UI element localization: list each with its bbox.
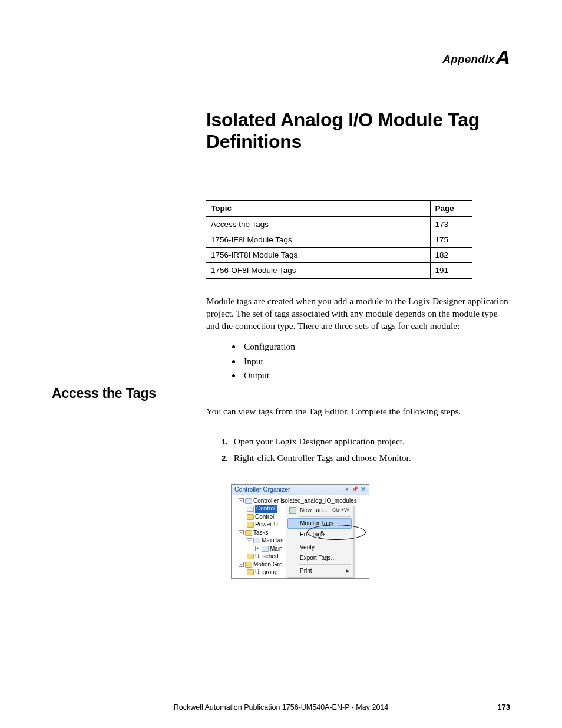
table-header-row: Topic Page (206, 200, 472, 216)
steps-list: 1.Open your Logix Designer application p… (222, 433, 510, 466)
panel-titlebar: Controller Organizer ▼ 📌 ✕ (232, 485, 369, 495)
col-page: Page (430, 200, 472, 216)
folder-icon (262, 546, 269, 552)
collapse-icon[interactable]: − (239, 498, 244, 503)
menu-print[interactable]: Print ▶ (286, 566, 353, 577)
tree-label: MainTas (262, 536, 283, 545)
content-column: Isolated Analog I/O Module Tag Definitio… (206, 109, 510, 579)
tag-set-list: Configuration Input Output (242, 340, 510, 383)
table-row: 1756-IF8I Module Tags175 (206, 232, 472, 248)
table-row: Access the Tags173 (206, 216, 472, 232)
appendix-header: AppendixA (52, 46, 510, 69)
close-icon[interactable]: ✕ (361, 486, 366, 493)
menu-separator (299, 516, 351, 517)
col-topic: Topic (206, 200, 430, 216)
menu-separator (299, 564, 351, 565)
tags-icon (247, 506, 254, 512)
appendix-word: Appendix (442, 53, 494, 65)
footer-text: Rockwell Automation Publication 1756-UM5… (0, 703, 562, 711)
folder-icon (245, 562, 252, 568)
list-item: Input (242, 354, 510, 369)
tree-label: Tasks (253, 529, 269, 537)
submenu-arrow-icon: ▶ (346, 568, 349, 575)
tree-label: Controll (255, 513, 275, 521)
folder-icon (245, 498, 252, 504)
tree-label: Main (270, 545, 283, 553)
folder-icon (253, 538, 260, 543)
menu-edit-tags[interactable]: Edit Tags (286, 529, 353, 540)
menu-label: Verify (300, 543, 315, 552)
toc-page: 173 (430, 216, 472, 232)
menu-label: New Tag... (300, 506, 328, 515)
tree-label: Ungroup (255, 568, 277, 577)
menu-label: Print (300, 567, 312, 575)
tree-label: Controller isolated_analog_IO_modules (253, 497, 357, 505)
tree-view: −Controller isolated_analog_IO_modules C… (232, 495, 369, 578)
collapse-icon[interactable]: − (239, 530, 244, 535)
dropdown-icon[interactable]: ▼ (345, 487, 349, 492)
toc-topic: 1756-IF8I Module Tags (206, 232, 430, 248)
tree-root[interactable]: −Controller isolated_analog_IO_modules (234, 497, 368, 505)
list-item: Output (242, 368, 510, 383)
step-text: Right-click Controller Tags and choose M… (234, 453, 411, 463)
toc-topic: 1756-IRT8I Module Tags (206, 248, 430, 263)
appendix-letter: A (495, 46, 510, 68)
table-row: 1756-OF8I Module Tags191 (206, 263, 472, 279)
step-text: Open your Logix Designer application pro… (234, 436, 405, 446)
step-number: 1. (222, 437, 228, 446)
toc-topic: Access the Tags (206, 216, 430, 232)
tree-label: Unsched (255, 552, 278, 561)
menu-label: Edit Tags (300, 531, 324, 539)
collapse-icon[interactable]: − (239, 562, 244, 567)
menu-separator (299, 541, 351, 541)
toc-page: 182 (430, 248, 472, 263)
page-title: Isolated Analog I/O Module Tag Definitio… (206, 109, 510, 153)
menu-verify[interactable]: Verify (286, 542, 353, 553)
menu-export-tags[interactable]: Export Tags... (286, 553, 353, 564)
menu-label: Export Tags... (300, 554, 336, 562)
step-item: 1.Open your Logix Designer application p… (222, 433, 510, 450)
menu-new-tag[interactable]: New Tag... Ctrl+W (286, 505, 353, 516)
step-item: 2.Right-click Controller Tags and choose… (222, 450, 510, 466)
folder-icon (245, 530, 252, 536)
section-heading: Access the Tags (52, 386, 156, 401)
controller-organizer-screenshot: Controller Organizer ▼ 📌 ✕ −Controller i… (231, 484, 369, 579)
toc-table: Topic Page Access the Tags173 1756-IF8I … (206, 200, 472, 279)
toc-topic: 1756-OF8I Module Tags (206, 263, 430, 279)
table-row: 1756-IRT8I Module Tags182 (206, 248, 472, 263)
context-menu: New Tag... Ctrl+W Monitor Tags Edit Tags… (286, 505, 353, 577)
panel-controls: ▼ 📌 ✕ (345, 486, 366, 493)
expand-icon[interactable]: + (255, 546, 260, 551)
page-number: 173 (497, 703, 510, 711)
folder-icon (247, 569, 254, 575)
folder-icon (247, 522, 254, 528)
section-intro: You can view tags from the Tag Editor. C… (206, 406, 510, 418)
step-number: 2. (222, 454, 228, 463)
intro-paragraph: Module tags are created when you add a m… (206, 295, 510, 332)
list-item: Configuration (242, 340, 510, 354)
toc-page: 175 (430, 232, 472, 248)
tree-label: Motion Gro (253, 561, 282, 569)
pin-icon[interactable]: 📌 (352, 486, 358, 492)
toc-page: 191 (430, 263, 472, 279)
page: AppendixA Isolated Analog I/O Module Tag… (0, 0, 562, 728)
menu-label: Monitor Tags (300, 519, 333, 528)
tree-label: Power-U (255, 521, 278, 529)
tree-label-selected: Controll (255, 505, 277, 513)
folder-icon (247, 514, 254, 520)
folder-icon (247, 554, 254, 559)
collapse-icon[interactable]: − (247, 538, 252, 543)
new-tag-icon (289, 507, 296, 514)
panel-title: Controller Organizer (234, 486, 290, 493)
menu-shortcut: Ctrl+W (332, 506, 349, 514)
menu-monitor-tags[interactable]: Monitor Tags (287, 518, 352, 529)
